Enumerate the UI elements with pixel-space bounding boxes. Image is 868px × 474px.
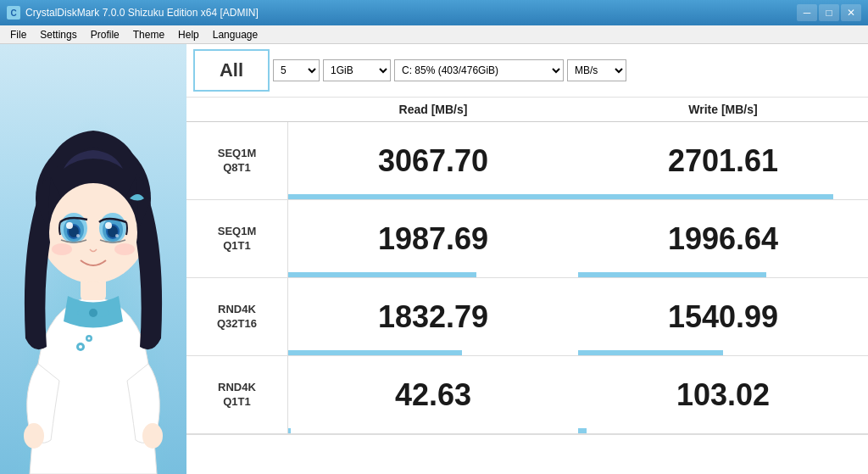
write-progress-rnd4k_q32t16 <box>578 350 723 355</box>
header-empty <box>186 98 288 121</box>
minimize-button[interactable]: ─ <box>797 4 817 21</box>
unit-select[interactable]: MB/s GB/s IOPS <box>567 59 626 81</box>
toolbar: All 5 1 3 10 1GiB 512MiB 2GiB 4GiB C: 85… <box>186 44 868 98</box>
write-value-seq1m_q8t1: 2701.61 <box>668 143 778 179</box>
svg-point-12 <box>76 234 80 237</box>
read-value-seq1m_q8t1: 3067.70 <box>378 143 488 179</box>
anime-character <box>4 67 182 474</box>
menu-file[interactable]: File <box>3 25 33 43</box>
count-select[interactable]: 5 1 3 10 <box>273 59 320 81</box>
read-value-rnd4k_q32t16: 1832.79 <box>378 299 488 335</box>
read-value-rnd4k_q1t1: 42.63 <box>395 377 471 413</box>
menu-help[interactable]: Help <box>171 25 206 43</box>
row-label-rnd4k_q32t16: RND4KQ32T16 <box>186 278 288 355</box>
grid-row-seq1m_q1t1: SEQ1MQ1T1 1987.69 1996.64 <box>186 200 868 278</box>
data-panel: All 5 1 3 10 1GiB 512MiB 2GiB 4GiB C: 85… <box>186 44 868 474</box>
app-icon: C <box>7 6 20 20</box>
title-bar-text: CrystalDiskMark 7.0.0 Shizuku Edition x6… <box>25 7 797 19</box>
row-label-rnd4k_q1t1: RND4KQ1T1 <box>186 356 288 433</box>
row-label-seq1m_q1t1: SEQ1MQ1T1 <box>186 200 288 277</box>
write-progress-seq1m_q1t1 <box>578 272 766 277</box>
svg-point-1 <box>24 423 44 449</box>
row-write-rnd4k_q1t1: 103.02 <box>578 356 868 433</box>
write-progress-seq1m_q8t1 <box>578 194 833 199</box>
menu-profile[interactable]: Profile <box>84 25 126 43</box>
svg-point-25 <box>89 309 97 317</box>
row-write-seq1m_q1t1: 1996.64 <box>578 200 868 277</box>
menu-bar: File Settings Profile Theme Help Languag… <box>0 25 868 44</box>
read-progress-seq1m_q8t1 <box>288 194 578 199</box>
row-read-seq1m_q1t1: 1987.69 <box>288 200 578 277</box>
row-read-seq1m_q8t1: 3067.70 <box>288 122 578 199</box>
close-button[interactable]: ✕ <box>841 4 861 21</box>
grid-row-empty <box>186 434 868 474</box>
write-value-rnd4k_q32t16: 1540.99 <box>668 299 778 335</box>
data-grid: Read [MB/s] Write [MB/s] SEQ1MQ8T1 3067.… <box>186 98 868 474</box>
maximize-button[interactable]: □ <box>819 4 839 21</box>
row-read-rnd4k_q32t16: 1832.79 <box>288 278 578 355</box>
row-write-rnd4k_q32t16: 1540.99 <box>578 278 868 355</box>
grid-row-rnd4k_q1t1: RND4KQ1T1 42.63 103.02 <box>186 356 868 434</box>
header-write: Write [MB/s] <box>578 98 868 121</box>
write-progress-rnd4k_q1t1 <box>578 428 587 433</box>
svg-point-22 <box>79 345 82 349</box>
grid-header: Read [MB/s] Write [MB/s] <box>186 98 868 122</box>
title-bar: C CrystalDiskMark 7.0.0 Shizuku Edition … <box>0 0 868 25</box>
row-label-seq1m_q8t1: SEQ1MQ8T1 <box>186 122 288 199</box>
drive-select[interactable]: C: 85% (403/476GiB) <box>394 59 564 81</box>
size-select[interactable]: 1GiB 512MiB 2GiB 4GiB <box>323 59 391 81</box>
svg-point-18 <box>115 234 119 237</box>
grid-row-seq1m_q8t1: SEQ1MQ8T1 3067.70 2701.61 <box>186 122 868 200</box>
data-rows-container: SEQ1MQ8T1 3067.70 2701.61 SEQ1MQ1T1 1987… <box>186 122 868 474</box>
svg-point-17 <box>105 222 112 229</box>
title-bar-controls: ─ □ ✕ <box>797 4 861 21</box>
header-read: Read [MB/s] <box>288 98 578 121</box>
menu-theme[interactable]: Theme <box>126 25 171 43</box>
grid-row-rnd4k_q32t16: RND4KQ32T16 1832.79 1540.99 <box>186 278 868 356</box>
read-progress-rnd4k_q32t16 <box>288 350 462 355</box>
read-progress-rnd4k_q1t1 <box>288 428 291 433</box>
svg-point-2 <box>142 423 163 449</box>
main-content: All 5 1 3 10 1GiB 512MiB 2GiB 4GiB C: 85… <box>0 44 868 474</box>
svg-point-20 <box>114 243 135 255</box>
svg-point-24 <box>88 337 91 340</box>
menu-language[interactable]: Language <box>206 25 264 43</box>
svg-point-19 <box>52 243 72 255</box>
read-progress-seq1m_q1t1 <box>288 272 476 277</box>
row-write-seq1m_q8t1: 2701.61 <box>578 122 868 199</box>
write-value-rnd4k_q1t1: 103.02 <box>676 377 770 413</box>
svg-point-11 <box>66 222 73 229</box>
write-value-seq1m_q1t1: 1996.64 <box>668 221 778 257</box>
read-value-seq1m_q1t1: 1987.69 <box>378 221 488 257</box>
row-read-rnd4k_q1t1: 42.63 <box>288 356 578 433</box>
menu-settings[interactable]: Settings <box>33 25 83 43</box>
character-panel <box>0 44 186 474</box>
all-button[interactable]: All <box>193 49 270 92</box>
